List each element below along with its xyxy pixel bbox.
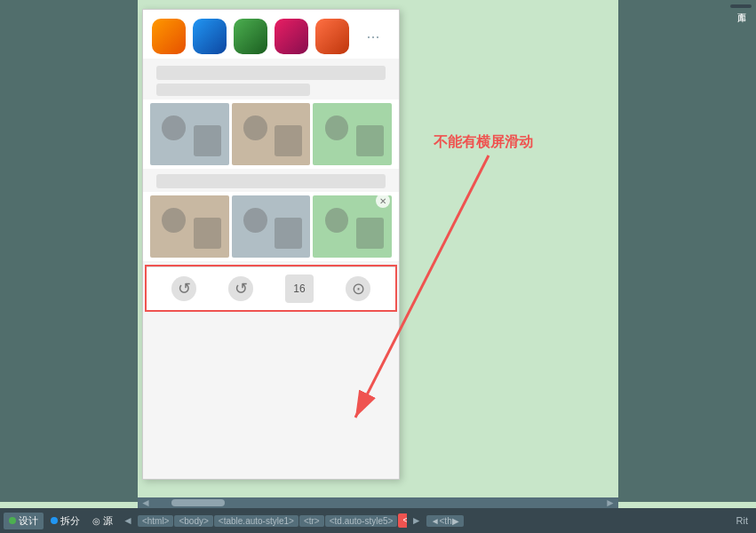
design-label: 设计 (19, 514, 38, 528)
bottom-icon-2[interactable]: ↺ (228, 276, 253, 301)
breadcrumb-html[interactable]: <html> (138, 515, 174, 527)
placeholder-bar-2 (156, 84, 310, 96)
image-row-2 (143, 192, 399, 261)
scroll-right-arrow[interactable]: ► (602, 497, 618, 509)
source-label: 源 (103, 514, 113, 528)
left-panel (0, 0, 138, 502)
placeholder-bar-1 (156, 66, 386, 80)
breadcrumb-body[interactable]: <body> (174, 515, 212, 527)
image-3 (313, 103, 392, 165)
image-row-1 (143, 99, 399, 169)
image-1 (150, 103, 229, 165)
rit-label: Rit (736, 515, 752, 526)
phone-bottom-icons: ↺ ↺ 16 ⊙ (147, 266, 395, 310)
placeholder-bar-3 (156, 174, 386, 188)
breadcrumb-img[interactable]: <img>拆分 (398, 513, 406, 528)
image-5 (232, 195, 311, 258)
scroll-left-arrow[interactable]: ◄ (138, 497, 154, 509)
status-bar: 设计 拆分 ◎ 源 ◄ <html> <body> <table.auto-st… (0, 508, 756, 533)
app-icon-4[interactable] (275, 19, 308, 54)
design-button[interactable]: 设计 (4, 513, 44, 529)
phone-preview: ··· ✕ ↺ ↺ 16 ⊙ (142, 9, 400, 480)
image-row-2-container: ✕ (143, 192, 399, 261)
highlighted-bottom-row: ↺ ↺ 16 ⊙ (145, 265, 397, 312)
split-button[interactable]: 拆分 (45, 513, 85, 529)
breadcrumb-th[interactable]: ◄<th▶ (426, 515, 464, 527)
app-icon-1[interactable] (152, 19, 186, 54)
breadcrumb-bar: <html> <body> <table.auto-style1> <tr> <… (138, 513, 407, 528)
bottom-icon-1[interactable]: ↺ (171, 276, 196, 301)
breadcrumb-td[interactable]: <td.auto-style5> (325, 515, 398, 527)
app-icon-2[interactable] (193, 19, 227, 54)
right-panel (618, 0, 756, 502)
close-overlay-button[interactable]: ✕ (376, 194, 390, 208)
image-2 (232, 103, 311, 165)
breadcrumb-table[interactable]: <table.auto-style1> (214, 515, 298, 527)
top-bar: 面库 (730, 4, 752, 8)
h-scrollbar[interactable]: ◄ ► (138, 497, 618, 508)
split-label: 拆分 (60, 514, 80, 528)
source-icon: ◎ (92, 516, 100, 526)
annotation-text: 不能有横屏滑动 (434, 133, 533, 152)
bottom-icon-4[interactable]: ⊙ (346, 276, 370, 301)
icons-row: ··· (143, 10, 399, 59)
split-dot (51, 517, 58, 524)
breadcrumb-scroll-right[interactable]: ► (409, 514, 425, 527)
panel-button[interactable]: 面库 (730, 4, 752, 8)
scrollbar-thumb[interactable] (171, 499, 225, 506)
source-button[interactable]: ◎ 源 (87, 513, 118, 529)
design-dot (9, 517, 16, 524)
breadcrumb-tr[interactable]: <tr> (299, 515, 324, 527)
app-icon-3[interactable] (234, 19, 267, 54)
phone-content[interactable]: ··· ✕ ↺ ↺ 16 ⊙ (143, 10, 399, 479)
app-icon-5[interactable] (315, 19, 349, 54)
app-icon-more[interactable]: ··· (356, 19, 390, 54)
bottom-icon-3[interactable]: 16 (285, 274, 314, 303)
breadcrumb-scroll-left[interactable]: ◄ (120, 514, 136, 527)
image-4 (150, 195, 229, 258)
